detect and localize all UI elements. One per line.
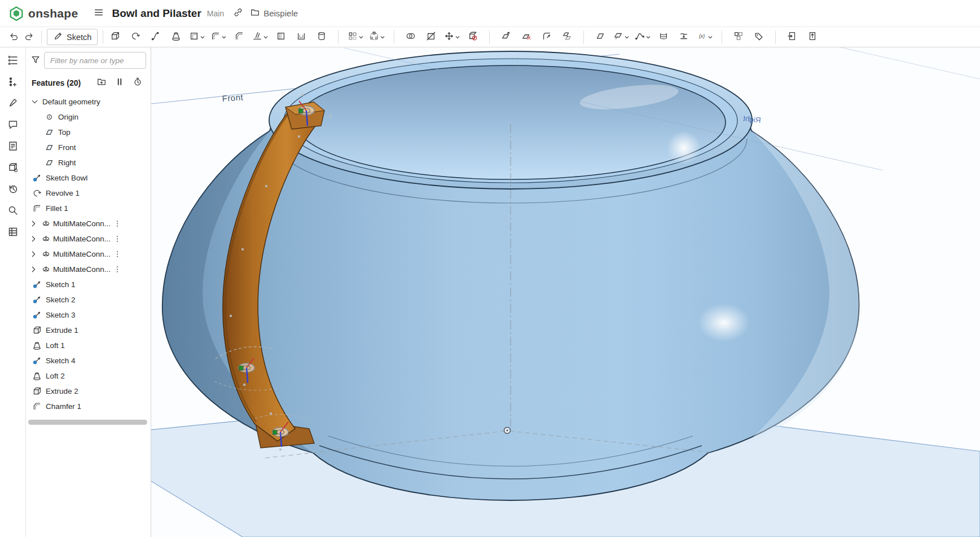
appearance-panel-button[interactable] — [3, 95, 23, 113]
expander-chevron-right-icon[interactable] — [28, 249, 39, 259]
chevron-down-icon[interactable] — [625, 35, 629, 39]
rollback-history-button[interactable] — [131, 76, 144, 90]
draft-button[interactable] — [252, 29, 269, 45]
feature-tree-item[interactable]: Chamfer 1 — [26, 399, 151, 414]
expander-chevron-right-icon[interactable] — [28, 234, 39, 244]
chevron-down-icon[interactable] — [455, 35, 460, 39]
plane-button[interactable] — [592, 29, 608, 45]
loft-button[interactable] — [168, 29, 184, 45]
chevron-down-icon[interactable] — [708, 35, 713, 39]
suspend-button[interactable] — [113, 76, 126, 90]
custom-features-button[interactable] — [731, 29, 746, 45]
feature-tree-item[interactable]: Fillet 1 — [26, 201, 151, 216]
helix-button[interactable] — [656, 29, 671, 45]
rib-button[interactable] — [273, 29, 289, 45]
feature-tree-item[interactable]: Loft 2 — [26, 368, 151, 384]
delete-face-button[interactable] — [518, 29, 534, 45]
boolean-button[interactable] — [403, 29, 419, 45]
feature-tree-item[interactable]: Right — [26, 155, 151, 170]
onshape-logo[interactable]: onshape — [9, 6, 78, 21]
feature-tree-item[interactable]: Sketch 4 — [26, 353, 151, 368]
chevron-down-icon[interactable] — [359, 35, 363, 39]
feature-label: Sketch 4 — [46, 356, 76, 365]
split-button[interactable] — [423, 29, 439, 45]
composite-curve-button[interactable] — [634, 29, 651, 45]
sketch-button[interactable]: Sketch — [47, 29, 98, 45]
branch-label[interactable]: Main — [207, 9, 224, 18]
feature-tree-item[interactable]: Sketch 2 — [26, 292, 151, 307]
replace-face-button[interactable] — [559, 29, 575, 45]
overflow-menu-icon[interactable] — [113, 234, 121, 244]
document-title[interactable]: Bowl and Pilaster — [112, 7, 201, 20]
chevron-down-icon[interactable] — [646, 35, 651, 39]
chevron-down-icon[interactable] — [380, 35, 385, 39]
feature-list-panel-button[interactable] — [3, 52, 23, 70]
chevron-down-icon[interactable] — [200, 35, 205, 39]
horizontal-scrollbar[interactable] — [28, 420, 147, 425]
chevron-down-icon[interactable] — [222, 35, 226, 39]
linear-pattern-button[interactable] — [347, 29, 364, 45]
filter-button[interactable] — [29, 54, 42, 68]
front-plane-label[interactable]: Front — [222, 92, 244, 103]
share-link-button[interactable] — [232, 6, 244, 20]
viewport-3d[interactable]: Front Right — [151, 47, 980, 537]
offset-surface-button[interactable] — [613, 29, 630, 45]
revolve-button[interactable] — [128, 29, 143, 45]
history-panel-button[interactable] — [3, 181, 23, 199]
search-panel-button[interactable] — [3, 202, 23, 220]
transform-button[interactable] — [443, 29, 460, 45]
publications-panel-button[interactable] — [3, 159, 23, 177]
fillet-button[interactable] — [210, 29, 227, 45]
undo-button[interactable] — [6, 29, 21, 45]
scene-canvas[interactable]: Front Right — [151, 47, 980, 537]
feature-tree-item[interactable]: Sketch 1 — [26, 277, 151, 292]
filter-input[interactable] — [44, 52, 146, 69]
feature-tree-item[interactable]: MultiMateConn... — [26, 247, 151, 262]
feature-tree-item[interactable]: Sketch 3 — [26, 307, 151, 323]
feature-tree-item[interactable]: MultiMateConn... — [26, 231, 151, 247]
circular-pattern-button[interactable] — [368, 29, 385, 45]
delete-part-button[interactable] — [465, 29, 481, 45]
feature-tree-item[interactable]: Top — [26, 125, 151, 140]
tag-button[interactable] — [751, 29, 767, 45]
chevron-down-icon[interactable] — [263, 35, 268, 39]
new-folder-button[interactable] — [95, 76, 108, 90]
document-menu-button[interactable] — [93, 6, 105, 20]
expander-chevron-down-icon[interactable] — [29, 97, 40, 107]
feature-tree-item[interactable]: Sketch Bowl — [26, 170, 151, 186]
export-doc-button[interactable] — [805, 29, 820, 45]
overflow-menu-icon[interactable] — [113, 219, 121, 228]
scrollbar-thumb[interactable] — [28, 420, 147, 425]
redo-button[interactable] — [21, 29, 37, 45]
overflow-menu-icon[interactable] — [113, 249, 121, 259]
move-face-button[interactable] — [498, 29, 514, 45]
feature-tree-item[interactable]: Revolve 1 — [26, 186, 151, 201]
sweep-button[interactable] — [148, 29, 164, 45]
feature-tree-item[interactable]: Extrude 2 — [26, 384, 151, 399]
breadcrumb-folder[interactable]: Beispiele — [250, 7, 298, 19]
feature-tree-item[interactable]: MultiMateConn... — [26, 216, 151, 231]
feature-tree-item[interactable]: Default geometry — [26, 94, 151, 109]
extrude-button[interactable] — [107, 29, 123, 45]
feature-tree-item[interactable]: Front — [26, 140, 151, 155]
modify-fillet-button[interactable] — [539, 29, 555, 45]
feature-tree-item[interactable]: MultiMateConn... — [26, 262, 151, 277]
shell-button[interactable] — [293, 29, 309, 45]
thicken-button[interactable] — [188, 29, 205, 45]
origin-marker[interactable] — [504, 428, 511, 434]
projected-curve-button[interactable] — [676, 29, 692, 45]
feature-tree-item[interactable]: Extrude 1 — [26, 323, 151, 338]
chamfer-button[interactable] — [231, 29, 247, 45]
import-doc-button[interactable] — [784, 29, 800, 45]
comments-panel-button[interactable] — [3, 116, 23, 134]
expander-chevron-right-icon[interactable] — [28, 265, 39, 274]
variable-button[interactable]: (x) — [696, 29, 713, 45]
hole-button[interactable] — [314, 29, 329, 45]
overflow-menu-icon[interactable] — [113, 265, 121, 274]
feature-tree-item[interactable]: Origin — [26, 109, 151, 125]
configurations-panel-button[interactable] — [3, 73, 23, 91]
expander-chevron-right-icon[interactable] — [28, 219, 39, 228]
feature-tree-item[interactable]: Loft 1 — [26, 338, 151, 353]
bom-panel-button[interactable] — [3, 223, 23, 241]
notes-panel-button[interactable] — [3, 138, 23, 156]
